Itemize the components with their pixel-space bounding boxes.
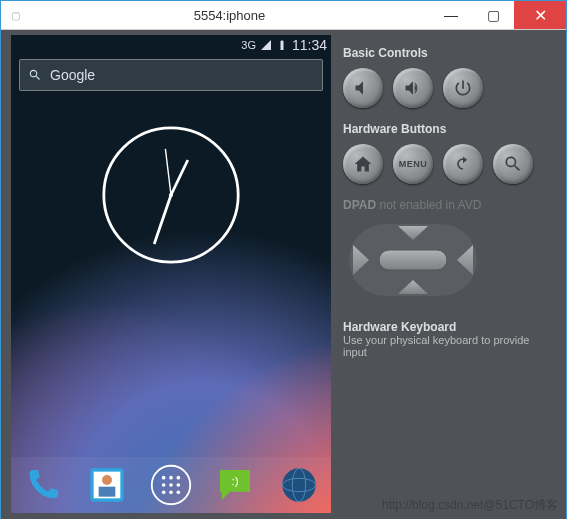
window-buttons: — ▢ ✕ bbox=[430, 1, 566, 29]
svg-line-1 bbox=[171, 160, 188, 195]
back-button[interactable] bbox=[443, 144, 483, 184]
contacts-app-icon[interactable] bbox=[85, 463, 129, 507]
search-icon bbox=[28, 68, 42, 82]
maximize-button[interactable]: ▢ bbox=[472, 1, 514, 29]
svg-line-3 bbox=[165, 149, 171, 195]
minimize-button[interactable]: — bbox=[430, 1, 472, 29]
search-placeholder: Google bbox=[50, 67, 95, 83]
google-search-bar[interactable]: Google bbox=[19, 59, 323, 91]
volume-down-button[interactable] bbox=[343, 68, 383, 108]
app-icon: ▢ bbox=[1, 1, 29, 29]
window-title: 5554:iphone bbox=[29, 8, 430, 23]
svg-point-12 bbox=[177, 476, 181, 480]
dock: :) bbox=[11, 457, 331, 513]
home-button[interactable] bbox=[343, 144, 383, 184]
close-button[interactable]: ✕ bbox=[514, 1, 566, 29]
hardware-buttons-heading: Hardware Buttons bbox=[343, 122, 554, 136]
content-area: 3G 11:34 Google bbox=[1, 30, 566, 519]
svg-point-7 bbox=[102, 475, 112, 485]
emulator-window: ▢ 5554:iphone — ▢ ✕ 3G 11:34 Google bbox=[0, 0, 567, 519]
messaging-app-icon[interactable]: :) bbox=[213, 463, 257, 507]
status-bar: 3G 11:34 bbox=[237, 35, 331, 55]
svg-point-17 bbox=[169, 491, 173, 495]
search-button[interactable] bbox=[493, 144, 533, 184]
svg-point-13 bbox=[162, 483, 166, 487]
menu-button[interactable]: MENU bbox=[393, 144, 433, 184]
svg-point-10 bbox=[162, 476, 166, 480]
svg-point-20 bbox=[282, 468, 315, 501]
hardware-keyboard-sub: Use your physical keyboard to provide in… bbox=[343, 334, 554, 358]
phone-app-icon[interactable] bbox=[21, 463, 65, 507]
svg-text::): :) bbox=[231, 474, 238, 487]
power-button[interactable] bbox=[443, 68, 483, 108]
network-label: 3G bbox=[241, 39, 256, 51]
svg-line-2 bbox=[154, 195, 171, 244]
signal-icon bbox=[260, 39, 272, 51]
svg-point-11 bbox=[169, 476, 173, 480]
svg-point-15 bbox=[177, 483, 181, 487]
svg-point-14 bbox=[169, 483, 173, 487]
apps-launcher-icon[interactable] bbox=[149, 463, 193, 507]
analog-clock-widget[interactable] bbox=[101, 125, 241, 265]
titlebar: ▢ 5554:iphone — ▢ ✕ bbox=[1, 1, 566, 30]
basic-controls-heading: Basic Controls bbox=[343, 46, 554, 60]
dpad-control bbox=[343, 218, 483, 302]
hardware-keyboard-heading: Hardware Keyboard bbox=[343, 320, 554, 334]
svg-point-16 bbox=[162, 491, 166, 495]
volume-up-button[interactable] bbox=[393, 68, 433, 108]
svg-rect-8 bbox=[99, 487, 116, 497]
battery-icon bbox=[276, 39, 288, 51]
svg-rect-24 bbox=[379, 250, 447, 270]
emulator-controls-panel: Basic Controls Hardware Buttons MENU DPA… bbox=[331, 30, 566, 519]
wallpaper bbox=[11, 35, 331, 513]
device-screen[interactable]: 3G 11:34 Google bbox=[11, 35, 331, 513]
dpad-heading: DPAD not enabled in AVD bbox=[343, 198, 554, 212]
browser-app-icon[interactable] bbox=[277, 463, 321, 507]
clock-time: 11:34 bbox=[292, 37, 327, 53]
svg-point-18 bbox=[177, 491, 181, 495]
svg-point-4 bbox=[169, 193, 173, 197]
